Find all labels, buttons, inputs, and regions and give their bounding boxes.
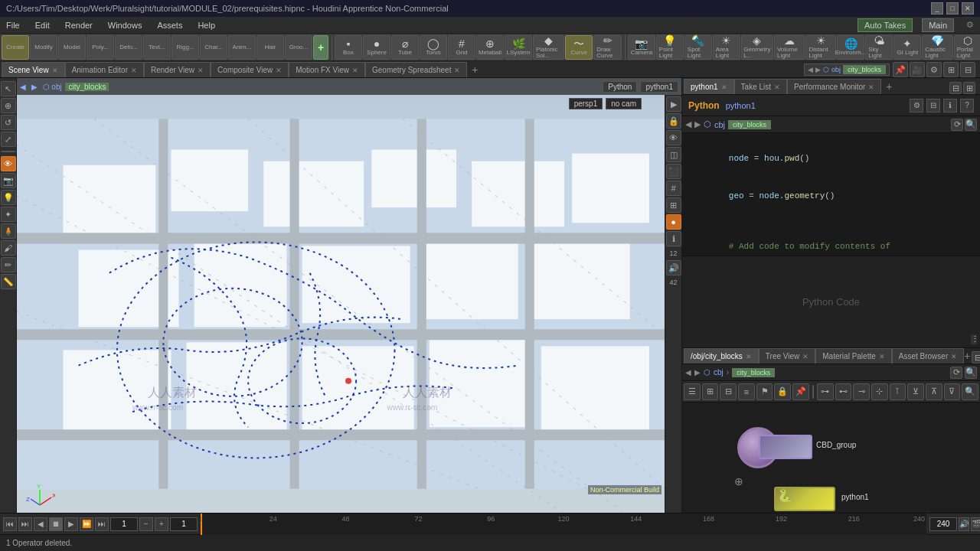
tab-perf-monitor[interactable]: Performance Monitor ✕	[787, 79, 881, 94]
tl-play-button[interactable]: ▶	[64, 517, 78, 531]
rotate-tool[interactable]: ↺	[1, 115, 16, 130]
vp-forward-icon[interactable]: ▶	[31, 83, 38, 91]
add-button[interactable]: +	[313, 35, 328, 60]
vp-split-button[interactable]: ⊟	[960, 62, 975, 77]
tl-plus-button[interactable]: +	[155, 517, 168, 531]
nt-detail-view[interactable]: ≡	[738, 383, 755, 400]
tl-render-button[interactable]: 🎬	[971, 517, 980, 531]
point-light-button[interactable]: 💡Point Light	[656, 35, 684, 60]
py-forward-icon[interactable]: ▶	[694, 119, 701, 129]
torus-button[interactable]: ◯Torus	[420, 35, 447, 60]
tl-next-frame-button[interactable]: ⏩	[80, 517, 93, 531]
curve-button[interactable]: 〜Curve	[565, 35, 593, 60]
scale-tool[interactable]: ⤢	[1, 132, 16, 147]
spot-light-button[interactable]: 🔦Spot Light	[684, 35, 712, 60]
select-tool[interactable]: ↖	[1, 81, 16, 96]
menu-file[interactable]: File	[3, 19, 23, 31]
python-name-btn[interactable]: python1	[640, 81, 678, 93]
node-panel-split[interactable]: ⊟	[972, 351, 980, 364]
text-button[interactable]: Text...	[143, 35, 171, 60]
tab-python1[interactable]: python1 ✕	[684, 79, 734, 94]
vp-snap-button[interactable]: 📌	[893, 62, 908, 77]
rigg-button[interactable]: Rigg...	[172, 35, 199, 60]
tl-end-button[interactable]: ⏭	[95, 517, 109, 531]
distant-light-button[interactable]: ☀Distant Light	[805, 35, 835, 60]
tab-motion-fx[interactable]: Motion FX View ✕	[289, 62, 365, 77]
path-city-blocks[interactable]: city_blocks	[843, 65, 886, 74]
tl-audio-button[interactable]: 🔊	[959, 517, 969, 531]
paint-tool[interactable]: 🖌	[1, 240, 16, 256]
right-maximize[interactable]: ⊞	[963, 82, 975, 94]
nt-layout1[interactable]: ⊶	[817, 383, 834, 400]
tab-obj-city-blocks[interactable]: /obj/city_blocks ✕	[684, 348, 759, 364]
nt-list-view[interactable]: ☰	[684, 383, 701, 400]
environ-button[interactable]: 🌐Environm...	[837, 35, 864, 60]
tab-render-view-close[interactable]: ✕	[198, 67, 204, 74]
tab-animation-editor[interactable]: Animation Editor ✕	[65, 62, 144, 77]
nt-flag3[interactable]: 📌	[792, 383, 809, 400]
tab-geometry-spreadsheet[interactable]: Geometry Spreadsheet ✕	[365, 62, 467, 77]
gi-light-button[interactable]: ✦GI Light	[893, 35, 921, 60]
tl-prev-frame-button[interactable]: ◀	[34, 517, 47, 531]
vp-info-button[interactable]: ℹ	[666, 231, 681, 246]
python-label-btn[interactable]: Python	[603, 81, 637, 93]
nt-layout6[interactable]: ⊻	[907, 383, 924, 400]
vp-back-icon[interactable]: ◀	[20, 83, 26, 91]
menu-assets[interactable]: Assets	[154, 19, 185, 31]
add-node-tab-button[interactable]: +	[964, 348, 970, 364]
vp-eye-button[interactable]: 👁	[666, 130, 681, 145]
vp-grid-button[interactable]: #	[666, 181, 681, 196]
view-tool[interactable]: 👁	[1, 156, 16, 171]
box-button[interactable]: ▪Box	[335, 35, 362, 60]
vp-snap-mode-button[interactable]: ⊞	[666, 197, 681, 213]
cbd-node-box[interactable]	[759, 435, 812, 459]
auto-takes-button[interactable]: Auto Takes	[858, 18, 913, 32]
nt-tile-view[interactable]: ⊞	[702, 383, 719, 400]
node-sync-icon[interactable]: ⟳	[950, 367, 962, 379]
viewport[interactable]: ◀ ▶ ⬡ obj city_blocks Python python1	[17, 78, 681, 513]
minimize-button[interactable]: _	[931, 2, 943, 15]
nt-layout3[interactable]: ⊸	[853, 383, 870, 400]
node-crumb-city-blocks[interactable]: city_blocks	[732, 368, 775, 377]
node-canvas[interactable]: ⊕ CBD_group 🐍	[682, 403, 980, 513]
nt-search-btn[interactable]: 🔍	[962, 383, 978, 400]
vp-settings-button[interactable]: ⚙	[926, 62, 942, 77]
menu-render[interactable]: Render	[62, 19, 96, 31]
tab-asset-browser[interactable]: Asset Browser ✕	[892, 348, 964, 364]
node-search-icon[interactable]: 🔍	[965, 367, 977, 379]
tab-geometry-spreadsheet-close[interactable]: ✕	[454, 67, 460, 74]
add-tab-button[interactable]: +	[467, 62, 482, 77]
vp-full-button[interactable]: ⊞	[943, 62, 959, 77]
tab-scene-view-close[interactable]: ✕	[52, 67, 58, 74]
tl-minus-button[interactable]: −	[139, 517, 153, 531]
viewport-canvas[interactable]: 人人素材 www.rr-sc.com 人人素材 www.rr-sc.com 人人…	[17, 95, 665, 513]
grid-button[interactable]: #Grid	[448, 35, 475, 60]
nt-layout5[interactable]: ⊺	[890, 383, 906, 400]
volume-light-button[interactable]: ☁Volume Light	[774, 35, 805, 60]
py-search-icon[interactable]: 🔍	[965, 119, 977, 131]
pose-tool[interactable]: 🧍	[1, 223, 16, 239]
handle-tool[interactable]: ✦	[1, 207, 16, 222]
sphere-button[interactable]: ●Sphere	[363, 35, 390, 60]
python-code-editor[interactable]: node = hou.pwd() geo = node.geometry() #…	[682, 133, 980, 256]
tab-composite-view[interactable]: Composite View ✕	[211, 62, 289, 77]
window-controls[interactable]: _ □ ✕	[931, 2, 974, 15]
camera-button[interactable]: 📷Camera	[628, 35, 655, 60]
geometry-light-button[interactable]: ◈Geometry L...	[741, 35, 773, 60]
persp-button[interactable]: persp1	[569, 98, 603, 109]
tab-obj-close[interactable]: ✕	[746, 353, 752, 360]
portal-light-button[interactable]: ⬡Portal Light	[954, 35, 980, 60]
close-button[interactable]: ✕	[962, 2, 974, 15]
resize-handle[interactable]: ⋮	[971, 334, 977, 344]
tab-composite-view-close[interactable]: ✕	[276, 67, 282, 74]
python-info-icon[interactable]: ℹ	[943, 99, 957, 112]
lsystem-button[interactable]: 🌿LSystem	[505, 35, 532, 60]
tab-take-list[interactable]: Take List ✕	[734, 79, 787, 94]
model-button[interactable]: Model	[58, 35, 86, 60]
vp-bg-button[interactable]: ⬛	[666, 164, 681, 179]
vp-path-value[interactable]: city_blocks	[65, 83, 109, 91]
path-bar-left[interactable]: ◀ ▶ ⬡ obj city_blocks	[804, 64, 890, 76]
nt-layout4[interactable]: ⊹	[871, 383, 888, 400]
vp-lock-button[interactable]: 🔒	[666, 113, 681, 129]
add-right-tab-button[interactable]: +	[881, 79, 897, 94]
